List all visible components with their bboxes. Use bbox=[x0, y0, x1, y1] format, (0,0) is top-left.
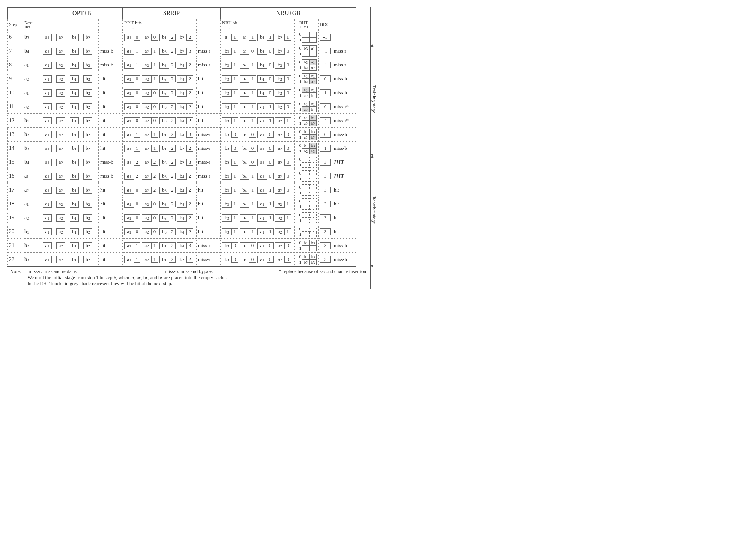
rht-table: 0a1b11a2b1 bbox=[295, 100, 319, 114]
opt-cache: a1a2b1b2 bbox=[41, 142, 99, 155]
rht-table: 01 bbox=[295, 197, 319, 211]
step-num: 14 bbox=[8, 142, 23, 155]
opt-cache: a1a2b1b2 bbox=[41, 169, 99, 183]
step-num: 11 bbox=[8, 100, 23, 114]
nru-result: hit bbox=[332, 197, 356, 211]
srrip-result: hit bbox=[197, 225, 221, 239]
opt-result: miss-b bbox=[99, 58, 123, 72]
bdc-value: 3 bbox=[319, 197, 332, 211]
bdc-value: 1 bbox=[319, 86, 332, 100]
srrip-result: hit bbox=[197, 211, 221, 225]
srrip-result: miss-r bbox=[197, 58, 221, 72]
nru-result: miss-b bbox=[332, 253, 356, 267]
bdc-value: 0 bbox=[319, 128, 332, 142]
srrip-result: miss-r bbox=[197, 128, 221, 142]
next-ref: b4 bbox=[23, 155, 41, 169]
table-row: 19a2a1a2b1b2hita10a20b32b42hitb31b41a11a… bbox=[8, 211, 356, 225]
next-ref: a1 bbox=[23, 197, 41, 211]
bdc-value: -1 bbox=[319, 30, 332, 44]
hdr-nextref: NextRef bbox=[23, 19, 41, 30]
bdc-value: 3 bbox=[319, 183, 332, 197]
srrip-result: hit bbox=[197, 100, 221, 114]
bdc-value: 3 bbox=[319, 225, 332, 239]
step-num: 7 bbox=[8, 44, 23, 58]
nru-result: HIT bbox=[332, 169, 356, 183]
nru-result: HIT bbox=[332, 155, 356, 169]
srrip-cache: a10a20b32b42 bbox=[123, 211, 197, 225]
opt-cache: a1a2b1b2 bbox=[41, 183, 99, 197]
notes: Note: miss-r: miss and replace. miss-b: … bbox=[7, 267, 370, 289]
nru-cache: a11a21b11b21 bbox=[221, 30, 295, 44]
opt-cache: a1a2b1b2 bbox=[41, 197, 99, 211]
table-row: 12b1a1a2b1b2hita10a20b32b42hitb31b41a11a… bbox=[8, 114, 356, 128]
opt-cache: a1a2b1b2 bbox=[41, 114, 99, 128]
nru-cache: b31b41a11b20 bbox=[221, 100, 295, 114]
opt-result: hit bbox=[99, 128, 123, 142]
table-row: 11a2a1a2b1b2hita10a20b32b42hitb31b41a11b… bbox=[8, 100, 356, 114]
srrip-cache: a10a20b32b42 bbox=[123, 86, 197, 100]
srrip-cache: a10a21b32b42 bbox=[123, 72, 197, 86]
srrip-result: miss-r bbox=[197, 253, 221, 267]
next-ref: a1 bbox=[23, 169, 41, 183]
bdc-value: 3 bbox=[319, 155, 332, 169]
opt-result: hit bbox=[99, 253, 123, 267]
nru-cache: b31b41a10a20 bbox=[221, 169, 295, 183]
rht-table: 0b1b31b2b3 bbox=[295, 142, 319, 155]
srrip-cache: a12a22b32b23 bbox=[123, 155, 197, 169]
nru-cache: b30b40a10a20 bbox=[221, 128, 295, 142]
table-row: 15b4a1a2b1b2miss-ba12a22b32b23miss-rb31b… bbox=[8, 155, 356, 169]
rht-table: 01 bbox=[295, 155, 319, 169]
srrip-result: hit bbox=[197, 197, 221, 211]
srrip-result: hit bbox=[197, 86, 221, 100]
table-row: 10a1a1a2b1b2hita10a20b32b42hitb31b41b10b… bbox=[8, 86, 356, 100]
srrip-cache: a12a22b32b42 bbox=[123, 169, 197, 183]
next-ref: b1 bbox=[23, 225, 41, 239]
opt-result: hit bbox=[99, 114, 123, 128]
opt-cache: a1a2b1b2 bbox=[41, 239, 99, 253]
step-num: 20 bbox=[8, 225, 23, 239]
opt-result: hit bbox=[99, 183, 123, 197]
srrip-result bbox=[197, 30, 221, 44]
srrip-result: miss-r bbox=[197, 142, 221, 155]
nru-result: hit bbox=[332, 225, 356, 239]
next-ref: b2 bbox=[23, 128, 41, 142]
next-ref: a2 bbox=[23, 183, 41, 197]
table-row: 7b4a1a2b1b2miss-ba11a21b32b23miss-rb31a2… bbox=[8, 44, 356, 58]
opt-result: hit bbox=[99, 142, 123, 155]
opt-result bbox=[99, 30, 123, 44]
nru-cache: b31b41a11a21 bbox=[221, 114, 295, 128]
srrip-cache: a10a20b32b42 bbox=[123, 197, 197, 211]
rht-table: 0a1b11a2b1 bbox=[295, 86, 319, 100]
rht-table: 01 bbox=[295, 169, 319, 183]
opt-result: miss-b bbox=[99, 155, 123, 169]
opt-result: hit bbox=[99, 225, 123, 239]
nru-cache: b30b40a10a20 bbox=[221, 142, 295, 155]
rht-table: 01 bbox=[295, 225, 319, 239]
table-row: 14b3a1a2b1b2hita11a21b12b22miss-rb30b40a… bbox=[8, 142, 356, 155]
hdr-bdc: BDC bbox=[319, 19, 332, 30]
step-num: 18 bbox=[8, 197, 23, 211]
next-ref: b3 bbox=[23, 253, 41, 267]
nru-cache: b30b40a10a20 bbox=[221, 239, 295, 253]
srrip-cache: a11a21b12b22 bbox=[123, 253, 197, 267]
srrip-result: miss-r bbox=[197, 239, 221, 253]
bdc-value: 0 bbox=[319, 72, 332, 86]
opt-cache: a1a2b1b2 bbox=[41, 155, 99, 169]
srrip-cache: a10a20b32b42 bbox=[123, 100, 197, 114]
bdc-value: 3 bbox=[319, 211, 332, 225]
step-num: 17 bbox=[8, 183, 23, 197]
table-row: 13b2a1a2b1b2hita11a21b12b43miss-rb30b40a… bbox=[8, 128, 356, 142]
bdc-value: 0 bbox=[319, 100, 332, 114]
opt-result: hit bbox=[99, 86, 123, 100]
nru-cache: b31b41b10b20 bbox=[221, 58, 295, 72]
step-num: 8 bbox=[8, 58, 23, 72]
nru-result: miss-r* bbox=[332, 100, 356, 114]
rht-table: 0b1b31 bbox=[295, 239, 319, 253]
comparison-table: OPT+B SRRIP NRU+GB Step NextRef RRIP bit… bbox=[7, 7, 356, 267]
table-row: 18a1a1a2b1b2hita10a20b32b42hitb31b41a11a… bbox=[8, 197, 356, 211]
table-row: 17a2a1a2b1b2hita10a22b32b42hitb31b41a11a… bbox=[8, 183, 356, 197]
step-num: 15 bbox=[8, 155, 23, 169]
hdr-srrip: SRRIP bbox=[123, 8, 221, 19]
srrip-result: hit bbox=[197, 114, 221, 128]
opt-cache: a1a2b1b2 bbox=[41, 225, 99, 239]
